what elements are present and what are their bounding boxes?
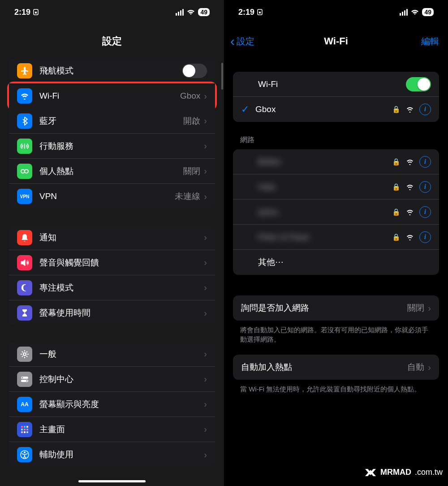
row-label: 個人熱點 — [39, 165, 183, 177]
status-time: 2:19 — [14, 8, 30, 17]
gear-icon — [17, 347, 32, 362]
svg-point-6 — [22, 377, 23, 378]
row-screentime[interactable]: 螢幕使用時間 › — [9, 300, 215, 325]
row-label: VPN — [39, 191, 175, 201]
svg-rect-17 — [26, 431, 28, 433]
row-network[interactable]: Peter & Paws 🔒 i — [233, 225, 439, 250]
row-auto-join-hotspot[interactable]: 自動加入熱點 自動 › — [233, 355, 439, 380]
watermark: MRMAD.com.tw — [364, 468, 443, 477]
row-other-network[interactable]: 其他⋯ — [233, 250, 439, 275]
network-name: Peter & Paws — [258, 232, 392, 242]
row-bluetooth[interactable]: 藍牙 開啟 › — [9, 108, 215, 134]
svg-point-2 — [21, 169, 25, 173]
hotspot-icon — [17, 164, 32, 179]
watermark-brand: MRMAD — [380, 468, 411, 477]
grid-icon — [17, 422, 32, 437]
chevron-right-icon: › — [204, 450, 207, 460]
chevron-right-icon: › — [428, 303, 431, 313]
row-label: Wi-Fi — [258, 79, 406, 89]
network-name: Halo — [258, 182, 392, 192]
airplane-toggle[interactable] — [182, 64, 207, 78]
row-label: 詢問是否加入網路 — [241, 302, 407, 314]
row-network[interactable]: tybox 🔒 i — [233, 200, 439, 225]
lock-icon: 🔒 — [392, 105, 401, 113]
status-bar: 2:19 49 — [0, 0, 224, 24]
battery-badge: 49 — [198, 8, 210, 16]
row-ask-to-join[interactable]: 詢問是否加入網路 關閉 › — [233, 295, 439, 321]
check-icon: ✓ — [241, 104, 249, 115]
edit-button[interactable]: 編輯 — [421, 35, 439, 48]
wifi-signal-icon — [406, 106, 414, 113]
home-indicator[interactable] — [78, 480, 146, 482]
svg-rect-11 — [26, 426, 28, 428]
footer-text: 將會自動加入已知的網路。若沒有可用的已知網路，你就必須手動選擇網路。 — [224, 321, 448, 355]
chevron-left-icon: ‹ — [230, 34, 235, 49]
page-title: Wi-Fi — [324, 35, 348, 47]
text-size-icon: AA — [17, 397, 32, 412]
row-network[interactable]: Halo 🔒 i — [233, 174, 439, 200]
hourglass-icon — [17, 305, 32, 321]
wifi-status-icon — [186, 9, 195, 15]
row-wifi[interactable]: Wi-Fi Gbox › — [9, 83, 215, 108]
row-label: 藍牙 — [39, 115, 183, 127]
row-value: 關閉 — [407, 302, 424, 314]
row-value: Gbox — [180, 91, 200, 101]
wifi-signal-icon — [406, 209, 414, 215]
row-notifications[interactable]: 通知 › — [9, 225, 215, 250]
wifi-highlight: Wi-Fi Gbox › — [7, 82, 217, 110]
row-label: 輔助使用 — [39, 449, 204, 460]
svg-point-3 — [25, 169, 28, 173]
scrollbar[interactable] — [221, 63, 223, 90]
info-button[interactable]: i — [419, 231, 431, 243]
chevron-right-icon: › — [204, 424, 207, 434]
row-general[interactable]: 一般 › — [9, 342, 215, 367]
svg-rect-10 — [24, 426, 26, 428]
row-label: 行動服務 — [39, 140, 204, 152]
row-hotspot[interactable]: 個人熱點 關閉 › — [9, 159, 215, 184]
chevron-right-icon: › — [204, 399, 207, 409]
row-accessibility[interactable]: 輔助使用 › — [9, 442, 215, 467]
row-label: 一般 — [39, 348, 204, 360]
row-display[interactable]: AA 螢幕顯示與亮度 › — [9, 392, 215, 417]
chevron-right-icon: › — [204, 91, 207, 101]
info-button[interactable]: i — [419, 156, 431, 168]
row-label: 聲音與觸覺回饋 — [39, 257, 204, 269]
back-button[interactable]: ‹ 設定 — [230, 34, 254, 49]
row-home-screen[interactable]: 主畫面 › — [9, 417, 215, 442]
network-name: Belkin — [258, 157, 392, 167]
info-button[interactable]: i — [419, 181, 431, 193]
row-sounds[interactable]: 聲音與觸覺回饋 › — [9, 250, 215, 275]
row-airplane-mode[interactable]: 飛航模式 — [9, 58, 215, 83]
settings-screen: 2:19 49 設定 飛航模式 — [0, 0, 224, 486]
wifi-status-icon — [410, 9, 419, 15]
row-label: 專注模式 — [39, 282, 204, 294]
speaker-icon — [17, 255, 32, 270]
wifi-toggle[interactable] — [406, 77, 431, 91]
wifi-signal-icon — [406, 184, 414, 190]
row-connected-network[interactable]: ✓ Gbox 🔒 i — [233, 97, 439, 122]
chevron-right-icon: › — [204, 349, 207, 359]
row-vpn[interactable]: VPN VPN 未連線 › — [9, 184, 215, 209]
info-button[interactable]: i — [419, 206, 431, 218]
row-label: 通知 — [39, 232, 204, 243]
wifi-screen: 2:19 49 ‹ 設定 Wi-Fi 編輯 Wi-Fi ✓ — [224, 0, 448, 486]
info-button[interactable]: i — [419, 104, 431, 115]
chevron-right-icon: › — [204, 141, 207, 151]
section-header-networks: 網路 — [224, 122, 448, 149]
row-control-center[interactable]: 控制中心 › — [9, 367, 215, 392]
chevron-right-icon: › — [204, 116, 207, 126]
row-label: 螢幕使用時間 — [39, 307, 204, 319]
row-focus[interactable]: 專注模式 › — [9, 275, 215, 300]
sim-icon — [33, 9, 39, 15]
chevron-right-icon: › — [204, 166, 207, 176]
sim-icon — [257, 9, 263, 15]
row-label: 飛航模式 — [39, 65, 182, 77]
network-name: tybox — [258, 207, 392, 217]
svg-point-8 — [26, 380, 28, 382]
row-cellular[interactable]: 行動服務 › — [9, 134, 215, 159]
chevron-right-icon: › — [204, 191, 207, 202]
row-network[interactable]: Belkin 🔒 i — [233, 149, 439, 174]
bluetooth-icon — [17, 113, 32, 129]
chevron-right-icon: › — [204, 232, 207, 243]
row-label: 主畫面 — [39, 424, 204, 435]
